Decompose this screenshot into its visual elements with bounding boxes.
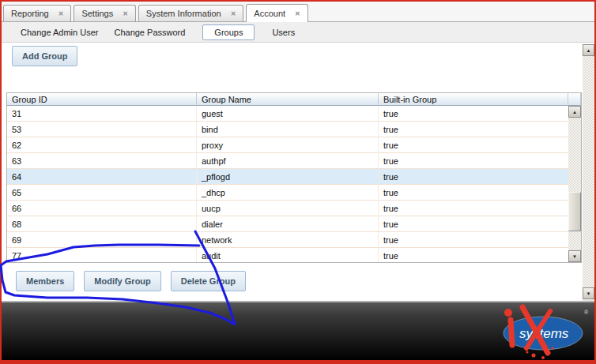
scroll-down-icon: ▼	[572, 254, 577, 259]
cell-builtin: true	[379, 137, 568, 153]
cell-group-id: 77	[7, 248, 197, 262]
table-row[interactable]: 66 uucp true	[7, 201, 568, 216]
cell-group-id: 63	[7, 153, 197, 169]
subtab-change-password[interactable]: Change Password	[106, 24, 193, 40]
close-icon[interactable]: ✕	[295, 10, 300, 17]
table-row-selected[interactable]: 64 _pflogd true	[7, 169, 568, 185]
cell-builtin: true	[379, 248, 568, 262]
close-icon[interactable]: ✕	[231, 10, 236, 17]
tab-system-information[interactable]: System Information ✕	[138, 5, 243, 21]
table-row[interactable]: 62 proxy true	[7, 137, 568, 153]
cell-group-name: _pflogd	[197, 169, 379, 185]
cell-group-name: authpf	[197, 153, 379, 169]
frame-border-left	[0, 0, 2, 364]
cell-group-name: audit	[197, 248, 379, 262]
cell-group-name: guest	[197, 106, 379, 122]
cell-group-id: 62	[7, 137, 197, 153]
table-row[interactable]: 69 network true	[7, 232, 568, 248]
cell-builtin: true	[379, 106, 568, 122]
cell-group-name: network	[197, 232, 379, 248]
tab-label: Settings	[81, 9, 113, 18]
cell-group-name: dialer	[197, 216, 379, 232]
cell-group-id: 68	[7, 216, 197, 232]
cell-builtin: true	[379, 201, 568, 216]
cell-group-name: bind	[197, 122, 379, 137]
tab-strip: Reporting ✕ Settings ✕ System Informatio…	[2, 2, 594, 22]
cell-group-id: 65	[7, 185, 197, 201]
table-scrollbar[interactable]: ▲ ▼	[568, 106, 581, 262]
subtab-groups[interactable]: Groups	[202, 24, 255, 40]
registered-mark: ®	[584, 310, 589, 315]
subtab-users[interactable]: Users	[264, 24, 303, 40]
groups-table: Group ID Group Name Built-in Group 31 gu…	[6, 92, 582, 263]
table-row[interactable]: 77 audit true	[7, 248, 568, 262]
table-row[interactable]: 63 authpf true	[7, 153, 568, 169]
scroll-up-button[interactable]: ▲	[568, 106, 581, 118]
tab-reporting[interactable]: Reporting ✕	[3, 5, 71, 21]
tab-label: Reporting	[11, 9, 49, 18]
table-body: 31 guest true 53 bind true 62 proxy true…	[7, 106, 568, 262]
cell-builtin: true	[379, 232, 568, 248]
table-row[interactable]: 31 guest true	[7, 106, 568, 122]
scroll-down-button[interactable]: ▼	[583, 287, 594, 299]
table-row[interactable]: 53 bind true	[7, 122, 568, 137]
scroll-up-button[interactable]: ▲	[583, 44, 594, 56]
scrollbar-thumb[interactable]	[568, 192, 581, 231]
cell-group-id: 66	[7, 201, 197, 216]
tab-account[interactable]: Account ✕	[246, 4, 307, 22]
scroll-up-icon: ▲	[572, 110, 577, 114]
cell-group-id: 53	[7, 122, 197, 137]
table-header: Group ID Group Name Built-in Group	[7, 93, 581, 106]
cell-builtin: true	[379, 169, 568, 185]
app-window: Reporting ✕ Settings ✕ System Informatio…	[0, 0, 596, 364]
modify-group-button[interactable]: Modify Group	[84, 271, 161, 291]
column-header-group-name[interactable]: Group Name	[197, 93, 379, 106]
members-button[interactable]: Members	[16, 271, 74, 291]
cell-group-name: uucp	[197, 201, 379, 216]
panel-scrollbar[interactable]: ▲ ▼	[583, 44, 594, 301]
tab-label: Account	[254, 9, 285, 18]
cell-builtin: true	[379, 122, 568, 137]
add-group-button[interactable]: Add Group	[12, 46, 77, 66]
footer: systems ®	[2, 301, 594, 360]
delete-group-button[interactable]: Delete Group	[171, 271, 246, 291]
column-header-builtin-group[interactable]: Built-in Group	[379, 93, 568, 106]
account-subtab-bar: Change Admin User Change Password Groups…	[2, 22, 594, 43]
cell-builtin: true	[379, 185, 568, 201]
column-header-group-id[interactable]: Group ID	[7, 93, 197, 106]
subtab-change-admin-user[interactable]: Change Admin User	[13, 24, 106, 40]
frame-border-top	[0, 0, 596, 2]
cell-group-name: proxy	[197, 137, 379, 153]
logo-brand-text: systems	[519, 326, 569, 341]
column-header-spacer	[568, 93, 581, 106]
scroll-down-button[interactable]: ▼	[568, 250, 581, 262]
tab-settings[interactable]: Settings ✕	[74, 5, 135, 21]
cell-group-id: 31	[7, 106, 197, 122]
group-actions-bar: Members Modify Group Delete Group	[16, 271, 246, 291]
tab-label: System Information	[146, 9, 221, 18]
cell-builtin: true	[379, 153, 568, 169]
ixsystems-logo: systems ®	[488, 303, 592, 360]
cell-group-id: 64	[7, 169, 197, 185]
cell-group-name: _dhcp	[197, 185, 379, 201]
cell-builtin: true	[379, 216, 568, 232]
frame-border-bottom	[0, 360, 596, 364]
close-icon[interactable]: ✕	[58, 10, 64, 17]
cell-group-id: 69	[7, 232, 197, 248]
scroll-down-icon: ▼	[587, 291, 591, 296]
close-icon[interactable]: ✕	[123, 10, 128, 17]
table-row[interactable]: 65 _dhcp true	[7, 185, 568, 201]
scroll-up-icon: ▲	[587, 48, 591, 53]
table-row[interactable]: 68 dialer true	[7, 216, 568, 232]
